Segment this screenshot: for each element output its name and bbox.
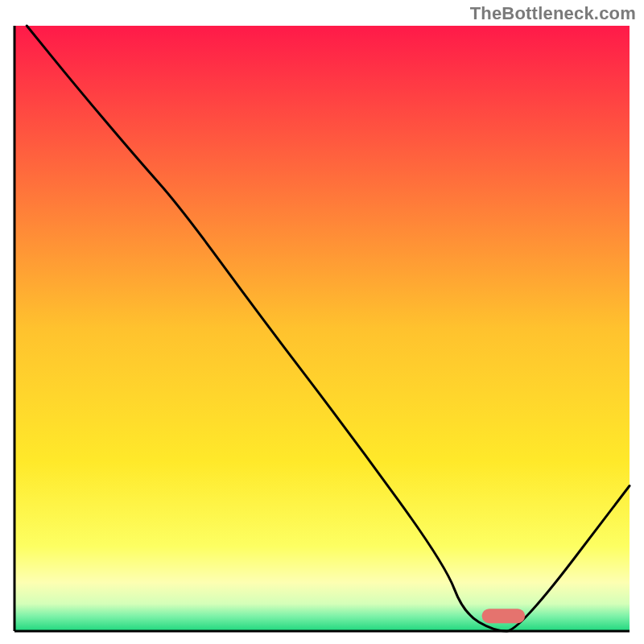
optimum-marker <box>482 609 525 623</box>
chart-svg <box>0 0 644 644</box>
plot-background <box>14 26 630 631</box>
